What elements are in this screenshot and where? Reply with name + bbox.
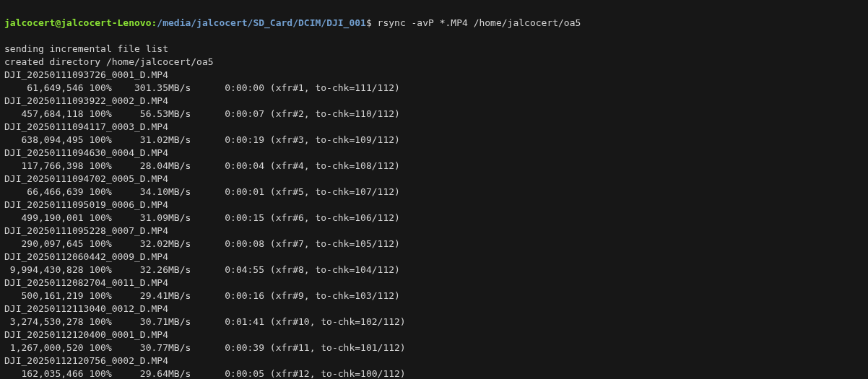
terminal-output: sending incremental file list created di… (4, 43, 864, 379)
prompt-userhost: jalcocert@jalcocert-Lenovo (4, 17, 152, 28)
prompt-dollar: $ (366, 17, 378, 28)
prompt-path: /media/jalcocert/SD_Card/DCIM/DJI_001 (157, 17, 366, 28)
command-text: rsync -avP *.MP4 /home/jalcocert/oa5 (378, 17, 581, 28)
prompt-line[interactable]: jalcocert@jalcocert-Lenovo:/media/jalcoc… (4, 17, 864, 30)
